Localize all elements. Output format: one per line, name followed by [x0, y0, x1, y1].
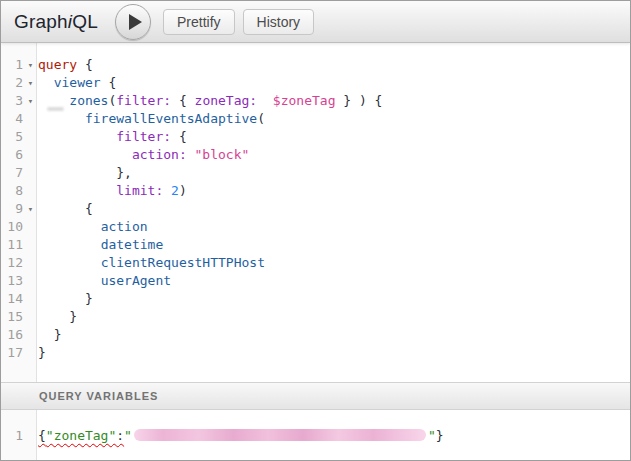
code-token: $zoneTag: [273, 93, 336, 108]
line-number: 11: [1, 236, 23, 254]
fold-gutter-spacer: [23, 164, 38, 182]
code-content: query {: [38, 56, 93, 74]
variables-lines: 1{"zoneTag":""}: [1, 410, 630, 445]
editor-lines: 1▾query {2▾ viewer {3▾ zones(filter: { z…: [1, 43, 630, 362]
code-line[interactable]: 12 clientRequestHTTPHost: [1, 254, 630, 272]
history-button[interactable]: History: [243, 9, 315, 35]
execute-query-button[interactable]: [115, 4, 151, 40]
code-line[interactable]: 6 action: "block": [1, 146, 630, 164]
code-token: ": [428, 428, 436, 443]
code-content: action: "block": [38, 146, 249, 164]
code-token: }: [38, 327, 61, 342]
code-content: clientRequestHTTPHost: [38, 254, 265, 272]
code-token: "zoneTag": [46, 428, 116, 443]
line-number: 7: [1, 164, 23, 182]
fold-gutter-spacer: [23, 272, 38, 290]
fold-arrow-icon[interactable]: ▾: [23, 92, 38, 110]
code-content: zones(filter: { zoneTag: $zoneTag } ) {: [38, 92, 382, 110]
code-line[interactable]: 14 }: [1, 290, 630, 308]
query-editor[interactable]: 1▾query {2▾ viewer {3▾ zones(filter: { z…: [1, 43, 630, 382]
code-token: [257, 93, 273, 108]
code-content: firewallEventsAdaptive(: [38, 110, 265, 128]
code-token: {: [38, 428, 46, 443]
code-token: action:: [132, 147, 187, 162]
logo-text-ql: QL: [72, 11, 98, 32]
code-line[interactable]: 1▾query {: [1, 56, 630, 74]
code-token: ": [124, 428, 132, 443]
code-line[interactable]: 17}: [1, 344, 630, 362]
fold-gutter-spacer: [23, 236, 38, 254]
code-token: {: [38, 201, 93, 216]
line-number: 13: [1, 272, 23, 290]
code-token: action: [101, 219, 148, 234]
line-number: 17: [1, 344, 23, 362]
fold-gutter-spacer: [23, 182, 38, 200]
code-line[interactable]: 16 }: [1, 326, 630, 344]
code-line[interactable]: 3▾ zones(filter: { zoneTag: $zoneTag } )…: [1, 92, 630, 110]
code-token: {: [101, 75, 117, 90]
code-line[interactable]: 8 limit: 2): [1, 182, 630, 200]
graphiql-window: GraphiQL Prettify History 1▾query {2▾ vi…: [0, 0, 631, 461]
code-line[interactable]: 1{"zoneTag":""}: [1, 427, 630, 445]
line-number: 16: [1, 326, 23, 344]
line-number: 14: [1, 290, 23, 308]
code-token: [38, 237, 101, 252]
code-token: zoneTag:: [195, 93, 258, 108]
code-content: filter: {: [38, 128, 187, 146]
fold-gutter-spacer: [23, 218, 38, 236]
code-line[interactable]: 15 }: [1, 308, 630, 326]
query-variables-editor[interactable]: 1{"zoneTag":""}: [1, 410, 630, 460]
fold-arrow-icon[interactable]: ▾: [23, 74, 38, 92]
line-number: 2: [1, 74, 23, 92]
fold-gutter-spacer: [23, 290, 38, 308]
code-token: [38, 75, 54, 90]
query-variables-title: QUERY VARIABLES: [39, 390, 158, 402]
code-line[interactable]: 2▾ viewer {: [1, 74, 630, 92]
code-line[interactable]: 13 userAgent: [1, 272, 630, 290]
code-token: viewer: [54, 75, 101, 90]
code-line[interactable]: 11 datetime: [1, 236, 630, 254]
line-number: 5: [1, 128, 23, 146]
code-token: filter:: [116, 129, 171, 144]
code-token: filter:: [116, 93, 171, 108]
code-content: }: [38, 344, 46, 362]
fold-gutter-spacer: [23, 146, 38, 164]
redaction-smudge: [47, 107, 64, 111]
code-line[interactable]: 9▾ {: [1, 200, 630, 218]
code-token: [38, 129, 116, 144]
toolbar: GraphiQL Prettify History: [1, 1, 630, 43]
line-number: 6: [1, 146, 23, 164]
line-number: 3: [1, 92, 23, 110]
line-number: 10: [1, 218, 23, 236]
code-token: [38, 255, 101, 270]
code-token: [187, 147, 195, 162]
code-line[interactable]: 10 action: [1, 218, 630, 236]
code-token: {: [77, 57, 93, 72]
fold-gutter-spacer: [23, 427, 38, 445]
code-line[interactable]: 4 firewallEventsAdaptive(: [1, 110, 630, 128]
fold-gutter-spacer: [23, 254, 38, 272]
code-token: [163, 183, 171, 198]
code-token: } ) {: [335, 93, 382, 108]
code-token: [38, 93, 69, 108]
query-variables-header[interactable]: QUERY VARIABLES: [1, 382, 630, 410]
code-token: [38, 219, 101, 234]
line-number: 1: [1, 56, 23, 74]
code-token: }: [38, 291, 93, 306]
code-token: },: [38, 165, 132, 180]
code-line[interactable]: 7 },: [1, 164, 630, 182]
code-line[interactable]: 5 filter: {: [1, 128, 630, 146]
code-content: {"zoneTag":""}: [38, 427, 444, 445]
code-token: :: [116, 428, 124, 443]
line-number: 15: [1, 308, 23, 326]
code-content: }: [38, 290, 93, 308]
code-token: {: [171, 129, 187, 144]
fold-arrow-icon[interactable]: ▾: [23, 200, 38, 218]
logo-text-graph: Graph: [14, 11, 68, 32]
prettify-button[interactable]: Prettify: [163, 9, 235, 35]
fold-arrow-icon[interactable]: ▾: [23, 56, 38, 74]
code-content: }: [38, 308, 77, 326]
line-number: 4: [1, 110, 23, 128]
fold-gutter-spacer: [23, 326, 38, 344]
line-number: 8: [1, 182, 23, 200]
